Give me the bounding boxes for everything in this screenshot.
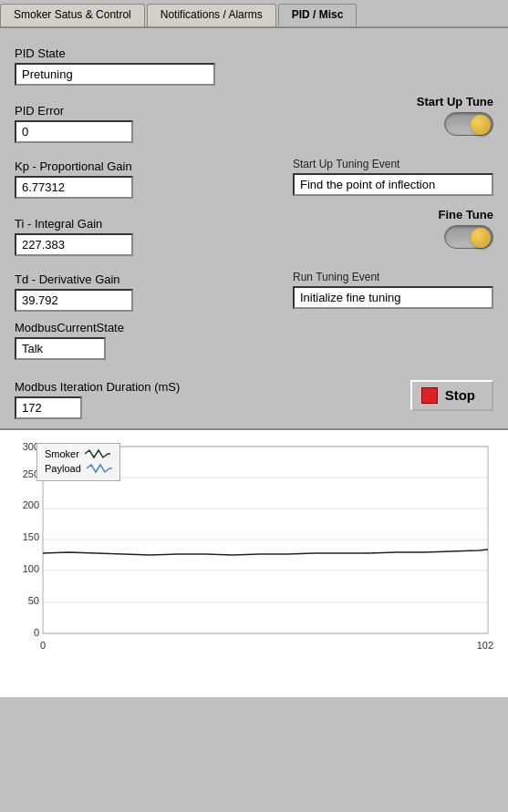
pid-error-label: PID Error — [15, 104, 133, 118]
td-label: Td - Derivative Gain — [15, 272, 133, 286]
startup-event-label: Start Up Tuning Event — [293, 158, 493, 170]
startup-tune-label: Start Up Tune — [417, 95, 493, 108]
y-label-100: 100 — [23, 563, 39, 574]
main-panel: PID State PID Error Start Up Tune Kp - P… — [0, 28, 508, 428]
modbus-iter-input[interactable] — [15, 396, 82, 419]
pid-error-input[interactable] — [15, 120, 133, 143]
kp-input[interactable] — [15, 176, 133, 199]
modbus-iter-row: Modbus Iteration Duration (mS) Stop — [15, 371, 493, 419]
stop-label: Stop — [445, 387, 475, 403]
kp-label: Kp - Proportional Gain — [15, 159, 133, 173]
tab-notifications[interactable]: Notifications / Alarms — [147, 4, 276, 26]
smoker-line-icon — [85, 447, 110, 460]
startup-tune-toggle[interactable] — [444, 112, 493, 136]
legend-payload-label: Payload — [45, 463, 81, 474]
stop-icon — [421, 387, 438, 404]
run-event-input[interactable] — [293, 286, 493, 309]
y-label-200: 200 — [23, 499, 39, 510]
x-label-1023: 1023 — [477, 640, 494, 651]
td-input[interactable] — [15, 289, 133, 312]
fine-tune-knob — [471, 228, 491, 248]
pid-state-label: PID State — [15, 46, 493, 60]
y-label-0: 0 — [34, 627, 39, 638]
y-label-50: 50 — [28, 595, 39, 606]
chart-panel: Smoker Payload 300 250 200 150 100 50 0 — [0, 428, 508, 697]
chart-legend: Smoker Payload — [36, 443, 120, 481]
legend-smoker-row: Smoker — [45, 447, 112, 460]
startup-event-input[interactable] — [293, 173, 493, 196]
modbus-state-input[interactable] — [15, 337, 106, 360]
tab-smoker-status[interactable]: Smoker Satus & Control — [0, 4, 145, 26]
legend-payload-row: Payload — [45, 462, 112, 475]
tab-pid-misc[interactable]: PID / Misc — [278, 4, 358, 26]
pid-state-input[interactable] — [15, 63, 215, 86]
run-event-label: Run Tuning Event — [293, 271, 493, 283]
startup-tune-knob — [471, 115, 491, 135]
fine-tune-toggle[interactable] — [444, 225, 493, 249]
ti-label: Ti - Integral Gain — [15, 217, 133, 231]
x-label-0: 0 — [40, 640, 46, 651]
ti-input[interactable] — [15, 233, 133, 256]
stop-button[interactable]: Stop — [410, 380, 493, 411]
fine-tune-label: Fine Tune — [439, 208, 493, 221]
payload-line-icon — [87, 462, 112, 475]
modbus-iter-label: Modbus Iteration Duration (mS) — [15, 380, 180, 394]
y-label-150: 150 — [23, 531, 39, 542]
smoker-data-line — [43, 550, 488, 555]
legend-smoker-label: Smoker — [45, 448, 79, 459]
modbus-state-label: ModbusCurrentState — [15, 321, 493, 334]
tab-bar: Smoker Satus & Control Notifications / A… — [0, 0, 508, 28]
